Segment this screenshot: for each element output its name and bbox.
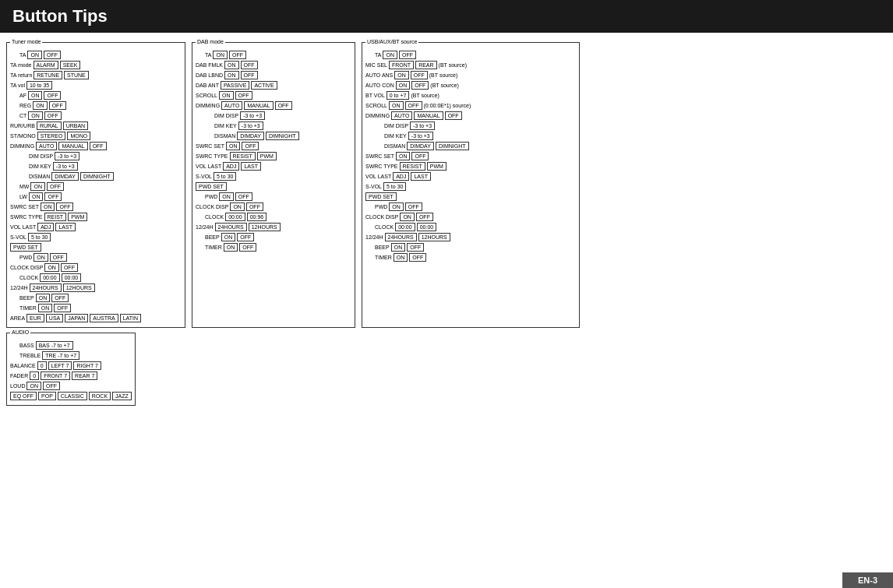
24hours-btn[interactable]: 24HOURS [30, 283, 62, 292]
dab-dimnight-btn[interactable]: DIMNIGHT [266, 132, 299, 140]
mw-on-btn[interactable]: ON [30, 182, 45, 191]
reist-btn[interactable]: REIST [44, 213, 67, 221]
dab-12hours-btn[interactable]: 12HOURS [249, 223, 281, 231]
ta-off-btn[interactable]: OFF [44, 51, 61, 59]
seek-btn[interactable]: SEEK [60, 61, 81, 69]
swrcset-on-btn[interactable]: ON [41, 202, 55, 211]
dab-clockdisp-on[interactable]: ON [230, 202, 245, 211]
rear7-btn[interactable]: REAR 7 [72, 371, 97, 380]
dimday-btn[interactable]: DIMDAY [51, 172, 79, 181]
ct-on-btn[interactable]: ON [28, 111, 43, 120]
pwd-on-btn[interactable]: ON [34, 253, 48, 262]
dab-clockdisp-off[interactable]: OFF [246, 202, 263, 211]
austra-btn[interactable]: AUSTRA [90, 314, 118, 322]
pwd-set-btn[interactable]: PWD SET [10, 243, 41, 252]
dimnight-btn[interactable]: DIMNIGHT [80, 172, 114, 181]
timer-on-btn[interactable]: ON [38, 304, 53, 312]
rear-btn[interactable]: REAR [415, 61, 436, 69]
dab-beep-on[interactable]: ON [221, 233, 236, 241]
dab-resist-btn[interactable]: RESIST [230, 152, 256, 160]
dab-manual-btn[interactable]: MANUAL [244, 101, 273, 110]
dimming-manual-btn[interactable]: MANUAL [58, 142, 87, 150]
usb-dimnight-btn[interactable]: DIMNIGHT [436, 142, 469, 150]
stune-btn[interactable]: STUNE [64, 71, 89, 79]
right7-btn[interactable]: RIGHT 7 [73, 361, 101, 370]
usb-pwm-btn[interactable]: PWM [427, 162, 446, 171]
dab-timer-off[interactable]: OFF [239, 243, 256, 252]
urban-btn[interactable]: URBAN [63, 121, 89, 130]
usb-resist-btn[interactable]: RESIST [400, 162, 425, 171]
dab-ta-off[interactable]: OFF [229, 51, 246, 59]
af-on-btn[interactable]: ON [28, 91, 43, 100]
front-btn[interactable]: FRONT [389, 61, 414, 69]
dab-lbnd-on[interactable]: ON [224, 71, 239, 79]
beep-off-btn[interactable]: OFF [51, 294, 69, 302]
pwd-off-btn[interactable]: OFF [50, 253, 67, 262]
usb-clockdisp-off[interactable]: OFF [416, 213, 433, 221]
usb-adj-btn[interactable]: ADJ [393, 172, 409, 181]
eur-btn[interactable]: EUR [26, 314, 44, 322]
ct-off-btn[interactable]: OFF [44, 111, 62, 120]
loud-off-btn[interactable]: OFF [43, 382, 60, 390]
latin-btn[interactable]: LATIN [120, 314, 141, 322]
usb-swrcset-on[interactable]: ON [396, 152, 411, 160]
usb-24hours-btn[interactable]: 24HOURS [385, 233, 417, 241]
reg-off-btn[interactable]: OFF [49, 101, 66, 110]
dab-pwd-on[interactable]: ON [219, 192, 234, 201]
timer-off-btn[interactable]: OFF [54, 304, 71, 312]
clockdisp-off-btn[interactable]: OFF [61, 263, 78, 272]
active-btn[interactable]: ACTIVE [251, 81, 277, 90]
last-btn[interactable]: LAST [55, 223, 76, 231]
left7-btn[interactable]: LEFT 7 [48, 361, 72, 370]
usb-ta-on[interactable]: ON [383, 51, 397, 59]
dab-ta-on[interactable]: ON [213, 51, 228, 59]
retune-btn[interactable]: RETUNE [34, 71, 62, 79]
usb-pwd-off[interactable]: OFF [405, 202, 422, 211]
stereo-btn[interactable]: STEREO [37, 132, 66, 140]
alarm-btn[interactable]: ALARM [34, 61, 58, 69]
usb-manual-btn[interactable]: MANUAL [414, 111, 443, 120]
adj-btn[interactable]: ADJ [37, 223, 54, 231]
usb-auto-btn[interactable]: AUTO [391, 111, 412, 120]
dab-dimday-btn[interactable]: DIMDAY [237, 132, 264, 140]
12hours-btn[interactable]: 12HOURS [63, 283, 95, 292]
usb-dimday-btn[interactable]: DIMDAY [407, 142, 434, 150]
reg-on-btn[interactable]: ON [33, 101, 48, 110]
loud-on-btn[interactable]: ON [26, 382, 41, 390]
usb-swrcset-off[interactable]: OFF [411, 152, 429, 160]
usb-timer-off[interactable]: OFF [409, 253, 426, 262]
usb-beep-on[interactable]: ON [391, 243, 406, 252]
dab-swrcset-off[interactable]: OFF [242, 142, 259, 150]
auto-ans-on[interactable]: ON [394, 71, 409, 79]
dab-24hours-btn[interactable]: 24HOURS [215, 223, 247, 231]
rock-btn[interactable]: ROCK [89, 392, 111, 400]
dab-auto-btn[interactable]: AUTO [221, 101, 242, 110]
rural-btn[interactable]: RURAL [37, 121, 62, 130]
usb-pwd-set-btn[interactable]: PWD SET [365, 192, 397, 201]
dab-pwd-set-btn[interactable]: PWD SET [196, 182, 227, 191]
auto-ans-off[interactable]: OFF [411, 71, 428, 79]
usb-scroll-off[interactable]: OFF [405, 101, 422, 110]
usb-scroll-on[interactable]: ON [389, 101, 404, 110]
usb-pwd-on[interactable]: ON [389, 202, 404, 211]
usb-timer-on[interactable]: ON [394, 253, 408, 262]
dab-timer-on[interactable]: ON [224, 243, 238, 252]
dimming-off-btn[interactable]: OFF [90, 142, 107, 150]
lw-on-btn[interactable]: ON [29, 192, 44, 201]
dab-fmlk-on[interactable]: ON [224, 61, 239, 69]
usa-btn[interactable]: USA [46, 314, 63, 322]
dab-scroll-on[interactable]: ON [219, 91, 234, 100]
dab-pwm-btn[interactable]: PWM [257, 152, 277, 160]
dab-adj-btn[interactable]: ADJ [223, 162, 239, 171]
dab-scroll-off[interactable]: OFF [235, 91, 252, 100]
mw-off-btn[interactable]: OFF [47, 182, 64, 191]
classic-btn[interactable]: CLASSIC [58, 392, 87, 400]
front7-btn[interactable]: FRONT 7 [41, 371, 70, 380]
auto-con-off[interactable]: OFF [411, 81, 429, 90]
dab-lbnd-off[interactable]: OFF [241, 71, 258, 79]
mono-btn[interactable]: MONO [67, 132, 90, 140]
auto-con-on[interactable]: ON [396, 81, 411, 90]
ta-on-btn[interactable]: ON [27, 51, 42, 59]
dab-pwd-off[interactable]: OFF [235, 192, 252, 201]
beep-on-btn[interactable]: ON [36, 294, 51, 302]
